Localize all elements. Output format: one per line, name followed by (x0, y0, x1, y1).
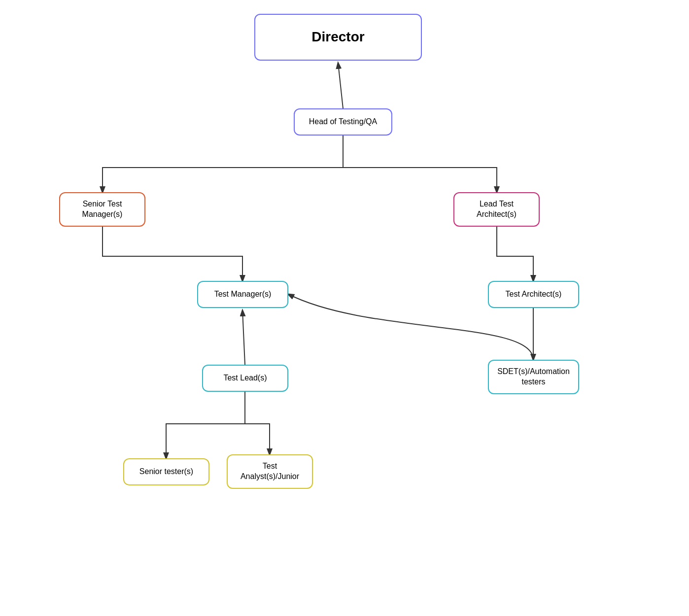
lead-test-architect-label: Lead Test Architect(s) (462, 199, 531, 220)
sdet-label: SDET(s)/Automation testers (497, 367, 570, 387)
test-analyst-node: Test Analyst(s)/Junior (227, 454, 313, 489)
head-qa-node: Head of Testing/QA (294, 108, 392, 136)
test-manager-label: Test Manager(s) (214, 289, 272, 300)
director-node: Director (254, 14, 422, 61)
director-label: Director (311, 28, 364, 46)
sdet-node: SDET(s)/Automation testers (488, 360, 579, 394)
arrows-layer (0, 0, 689, 616)
svg-line-0 (338, 63, 343, 108)
test-manager-node: Test Manager(s) (197, 281, 288, 308)
svg-line-1 (242, 310, 245, 365)
test-architect-node: Test Architect(s) (488, 281, 579, 308)
senior-test-manager-node: Senior Test Manager(s) (59, 192, 145, 227)
senior-test-manager-label: Senior Test Manager(s) (68, 199, 137, 220)
org-chart: Director Head of Testing/QA Senior Test … (0, 0, 689, 616)
lead-test-architect-node: Lead Test Architect(s) (453, 192, 540, 227)
test-lead-node: Test Lead(s) (202, 365, 288, 392)
senior-tester-label: Senior tester(s) (139, 467, 193, 477)
senior-tester-node: Senior tester(s) (123, 458, 209, 485)
test-architect-label: Test Architect(s) (506, 289, 562, 300)
head-qa-label: Head of Testing/QA (309, 117, 377, 127)
test-lead-label: Test Lead(s) (223, 373, 267, 383)
test-analyst-label: Test Analyst(s)/Junior (236, 461, 304, 482)
